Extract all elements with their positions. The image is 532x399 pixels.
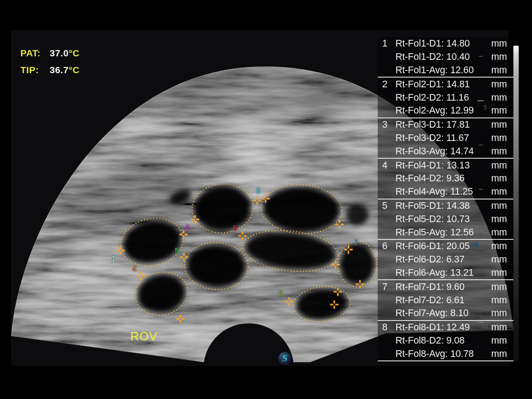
group-index: 2 [378,79,395,90]
group-index: 6 [378,241,395,252]
unit-label: mm [491,348,516,360]
follicle-marker-label: 2 [185,223,189,232]
measurement-line: Rt-Fol4-D2: 9.36mm [378,172,516,185]
measurement-line: Rt-Fol2-D2: 11.16mm [378,91,516,104]
measurement-line: Rt-Fol7-D2: 6.61mm [378,293,516,307]
measurement-line: Rt-Fol6-Avg: 13.21mm [378,266,516,280]
measurement-text: Rt-Fol2-D2: 11.16 [395,92,491,103]
measurement-text: Rt-Fol1-D2: 10.40 [395,51,491,63]
unit-label: mm [491,51,516,63]
unit-label: mm [491,335,516,346]
brand-logo: S [278,352,291,365]
measurement-group: 8Rt-Fol8-D1: 12.49mmRt-Fol8-D2: 9.08mmRt… [378,321,516,361]
measurement-group: 6Rt-Fol6-D1: 20.05mmRt-Fol6-D2: 6.37mmRt… [378,240,516,280]
measurement-line: Rt-Fol3-D2: 11.67mm [378,132,516,145]
group-index: 7 [378,282,395,293]
group-index: 5 [378,200,395,211]
unit-label: mm [491,200,516,211]
measurement-text: Rt-Fol1-D1: 14.80 [395,38,491,49]
measurement-text: Rt-Fol2-D1: 14.81 [395,79,491,90]
patient-temp-row: PAT: 37.0 °C [20,45,79,62]
measurement-line: 1Rt-Fol1-D1: 14.80mm [378,37,516,51]
group-index: 8 [378,322,395,333]
measurement-line: 4Rt-Fol4-D1: 13.13mm [378,159,516,172]
group-index: 4 [378,160,395,171]
follicle-marker-label: 3 [256,187,260,196]
measurement-text: Rt-Fol1-Avg: 12.60 [395,65,491,76]
unit-label: mm [491,133,516,144]
panel-scrollbar[interactable] [513,46,519,361]
measurement-group: 5Rt-Fol5-D1: 14.38mmRt-Fol5-D2: 10.73mmR… [378,200,516,240]
unit-label: mm [491,186,516,197]
tip-label: TIP: [20,62,50,78]
unit-label: mm [491,282,516,293]
unit-label: mm [491,65,516,76]
unit-label: mm [491,105,516,116]
unit-label: mm [491,322,516,333]
measurement-line: Rt-Fol5-Avg: 12.56mm [378,226,516,239]
pat-value: 37.0 [50,45,69,62]
temp-unit: °C [69,45,80,62]
measurement-line: Rt-Fol7-Avg: 8.10mm [378,307,516,320]
measurement-group: 4Rt-Fol4-D1: 13.13mmRt-Fol4-D2: 9.36mmRt… [378,159,516,199]
measurement-text: Rt-Fol6-D2: 6.37 [395,254,491,265]
measurement-text: Rt-Fol3-D1: 17.81 [395,119,491,130]
unit-label: mm [491,254,516,265]
group-index: 1 [378,38,395,49]
follicle-marker-label: 4 [132,265,136,274]
tip-temp-row: TIP: 36.7 °C [20,62,79,78]
measurement-text: Rt-Fol4-D1: 13.13 [395,160,491,171]
follicle-marker-label: 8 [278,289,282,298]
unit-label: mm [491,92,516,103]
measurement-line: 7Rt-Fol7-D1: 9.60mm [378,280,516,293]
unit-label: mm [491,160,516,171]
measurement-line: Rt-Fol8-Avg: 10.78mm [378,347,516,360]
measurement-text: Rt-Fol5-D2: 10.73 [395,214,491,225]
measurement-line: Rt-Fol1-Avg: 12.60mm [378,64,516,77]
unit-label: mm [491,119,516,130]
unit-label: mm [491,173,516,184]
measurement-line: 2Rt-Fol2-D1: 14.81mm [378,78,516,91]
follicle-marker-label: 7 [354,239,358,247]
unit-label: mm [491,214,516,225]
temperature-readout: PAT: 37.0 °C TIP: 36.7 °C [20,45,79,78]
measurement-text: Rt-Fol8-D1: 12.49 [395,322,491,333]
measurement-text: Rt-Fol8-D2: 9.08 [395,335,491,346]
measurement-line: Rt-Fol4-Avg: 11.25mm [378,185,516,199]
unit-label: mm [491,227,516,238]
measurement-line: Rt-Fol5-D2: 10.73mm [378,212,516,226]
unit-label: mm [491,241,516,252]
measurement-line: Rt-Fol2-Avg: 12.99mm [378,104,516,117]
measurement-line: 3Rt-Fol3-D1: 17.81mm [378,118,516,132]
measurement-text: Rt-Fol3-Avg: 14.74 [395,146,491,157]
ultrasound-screen: 5 10 [0,0,532,399]
measurement-panel: 1Rt-Fol1-D1: 14.80mmRt-Fol1-D2: 10.40mmR… [378,37,516,361]
measurement-text: Rt-Fol6-D1: 20.05 [395,241,491,252]
unit-label: mm [491,267,516,278]
measurement-line: 6Rt-Fol6-D1: 20.05mm [378,240,516,253]
measurement-text: Rt-Fol7-Avg: 8.10 [395,308,491,319]
unit-label: mm [491,146,516,157]
measurement-line: Rt-Fol8-D2: 9.08mm [378,334,516,348]
follicle-marker-label: 5 [175,246,179,255]
measurement-text: Rt-Fol2-Avg: 12.99 [395,105,491,116]
measurement-group: 1Rt-Fol1-D1: 14.80mmRt-Fol1-D2: 10.40mmR… [378,37,516,78]
measurement-group: 2Rt-Fol2-D1: 14.81mmRt-Fol2-D2: 11.16mmR… [378,78,516,118]
measurement-group: 3Rt-Fol3-D1: 17.81mmRt-Fol3-D2: 11.67mmR… [378,118,516,159]
unit-label: mm [491,295,516,306]
measurement-text: Rt-Fol7-D1: 9.60 [395,282,491,293]
measurement-text: Rt-Fol7-D2: 6.61 [395,295,491,306]
measurement-text: Rt-Fol5-Avg: 12.56 [395,227,491,238]
measurement-line: Rt-Fol6-D2: 6.37mm [378,253,516,266]
measurement-text: Rt-Fol6-Avg: 13.21 [395,267,491,278]
pat-label: PAT: [20,45,50,62]
tip-value: 36.7 [50,62,69,78]
measurement-text: Rt-Fol5-D1: 14.38 [395,200,491,211]
temp-unit: °C [69,62,80,78]
follicle-marker-label: 6 [233,224,237,233]
unit-label: mm [491,38,516,49]
unit-label: mm [491,79,516,90]
measurement-text: Rt-Fol4-Avg: 11.25 [395,186,491,197]
measurement-line: Rt-Fol3-Avg: 14.74mm [378,145,516,158]
measurement-text: Rt-Fol8-Avg: 10.78 [395,348,491,360]
